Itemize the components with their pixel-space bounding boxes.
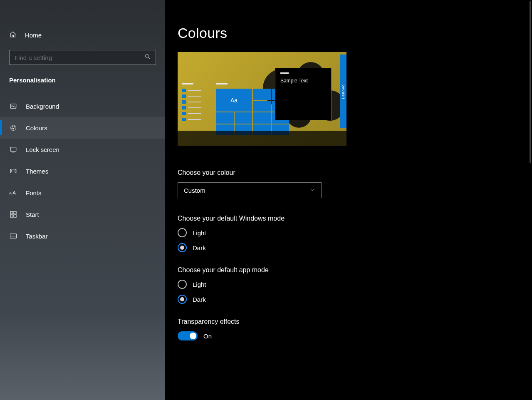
brand-strip: Lenovo — [340, 55, 346, 128]
preview-taskbar — [178, 131, 346, 146]
preview-decoration — [216, 83, 228, 84]
colour-preview: Lenovo Aa Sample Text — [178, 52, 346, 146]
palette-icon — [9, 124, 17, 132]
preview-decoration — [182, 83, 193, 84]
transparency-value: On — [203, 333, 212, 340]
svg-point-9 — [14, 127, 15, 127]
search-input[interactable] — [9, 50, 156, 65]
radio-icon — [178, 295, 187, 304]
sidebar: Home Personalisation Background Colours … — [0, 0, 165, 400]
windows-mode-dark[interactable]: Dark — [178, 243, 526, 252]
transparency-toggle[interactable] — [178, 331, 198, 340]
sidebar-item-label: Background — [26, 103, 59, 110]
svg-rect-14 — [10, 169, 16, 173]
sidebar-item-label: Colours — [26, 124, 47, 132]
radio-icon — [178, 228, 187, 237]
preview-tile-glyph: Aa — [216, 89, 252, 112]
sidebar-item-label: Fonts — [26, 189, 42, 196]
radio-icon — [178, 243, 187, 252]
sidebar-item-label: Taskbar — [26, 233, 48, 240]
svg-point-4 — [145, 54, 149, 58]
page-title: Colours — [178, 25, 526, 41]
windows-mode-label: Choose your default Windows mode — [178, 215, 526, 222]
themes-icon — [9, 167, 17, 175]
search-field-wrap — [9, 50, 156, 65]
preview-sample-text: Sample Text — [280, 78, 326, 84]
svg-rect-17 — [10, 211, 13, 214]
sidebar-section-title: Personalisation — [0, 65, 165, 87]
svg-point-11 — [13, 128, 14, 129]
svg-line-5 — [148, 57, 150, 59]
windows-mode-light[interactable]: Light — [178, 228, 526, 237]
sidebar-item-start[interactable]: Start — [0, 204, 165, 225]
app-mode-label: Choose your default app mode — [178, 266, 526, 274]
sidebar-item-colours[interactable]: Colours — [0, 117, 165, 139]
app-mode-light[interactable]: Light — [178, 280, 526, 289]
svg-point-8 — [12, 127, 13, 127]
picture-icon — [9, 102, 17, 110]
svg-rect-19 — [10, 215, 13, 217]
sidebar-item-fonts[interactable]: AA Fonts — [0, 182, 165, 204]
svg-rect-21 — [10, 234, 17, 239]
search-icon — [144, 53, 151, 62]
vertical-scrollbar[interactable] — [526, 0, 532, 400]
sidebar-item-themes[interactable]: Themes — [0, 160, 165, 182]
transparency-label: Transparency effects — [178, 318, 526, 325]
svg-text:A: A — [12, 190, 16, 195]
main-content: Colours Lenovo Aa Sample Text Choose you — [165, 0, 526, 400]
sidebar-item-background[interactable]: Background — [0, 95, 165, 117]
svg-point-7 — [11, 125, 16, 131]
sidebar-nav: Background Colours Lock screen Themes AA… — [0, 95, 165, 247]
fonts-icon: AA — [9, 189, 17, 196]
svg-text:A: A — [9, 191, 12, 195]
chevron-down-icon — [309, 187, 315, 194]
radio-label: Light — [193, 281, 206, 288]
taskbar-icon — [9, 233, 17, 239]
home-icon — [9, 31, 17, 40]
preview-window: Sample Text — [275, 68, 332, 120]
choose-colour-label: Choose your colour — [178, 169, 526, 176]
sidebar-item-label: Lock screen — [26, 146, 59, 153]
radio-icon — [178, 280, 187, 289]
start-icon — [9, 211, 17, 218]
svg-rect-18 — [14, 211, 16, 214]
sidebar-item-label: Themes — [26, 168, 48, 175]
sidebar-item-lockscreen[interactable]: Lock screen — [0, 139, 165, 160]
sidebar-home-label: Home — [25, 32, 42, 39]
preview-start-list — [182, 89, 201, 121]
svg-rect-20 — [14, 215, 16, 217]
svg-point-10 — [12, 128, 12, 129]
app-mode-dark[interactable]: Dark — [178, 295, 526, 304]
radio-label: Dark — [193, 244, 206, 251]
colour-mode-select[interactable]: Custom — [178, 182, 322, 198]
sidebar-item-taskbar[interactable]: Taskbar — [0, 225, 165, 247]
radio-label: Dark — [193, 296, 206, 303]
sidebar-home[interactable]: Home — [0, 22, 165, 47]
colour-mode-selected: Custom — [184, 187, 205, 194]
lock-screen-icon — [9, 146, 17, 153]
sidebar-item-label: Start — [26, 211, 39, 218]
radio-label: Light — [193, 229, 206, 236]
svg-rect-12 — [10, 147, 16, 152]
